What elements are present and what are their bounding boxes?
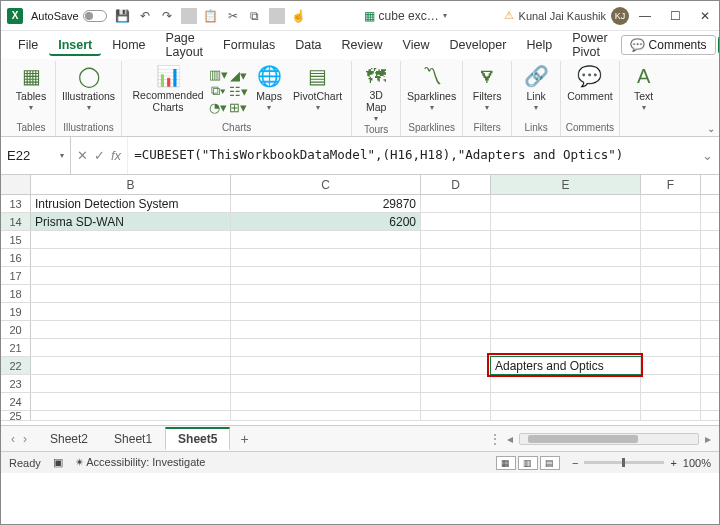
expand-formula-icon[interactable]: ⌄ [696, 148, 719, 163]
collapse-ribbon-icon[interactable]: ⌄ [707, 123, 715, 134]
ribbon-group-sparklines: 〽Sparklines▾ Sparklines [401, 61, 463, 136]
ribbon-group-text: AText▾ [620, 61, 668, 136]
col-header-c[interactable]: C [231, 175, 421, 194]
map3d-icon: 🗺 [366, 63, 386, 89]
comment-big-icon: 💬 [577, 63, 602, 89]
comments-button[interactable]: 💬 Comments [621, 35, 716, 55]
touch-mode-icon[interactable]: ☝ [291, 8, 307, 24]
macro-record-icon[interactable]: ▣ [53, 456, 63, 469]
area-chart-icon: ◢▾ [229, 68, 247, 83]
sparklines-button[interactable]: 〽Sparklines▾ [405, 63, 458, 112]
zoom-control[interactable]: − + 100% [572, 457, 711, 469]
zoom-level[interactable]: 100% [683, 457, 711, 469]
tab-power-pivot[interactable]: Power Pivot [563, 28, 616, 62]
user-account[interactable]: ⚠ Kunal Jai Kaushik KJ [504, 7, 629, 25]
sheet-tab-sheet5[interactable]: Sheet5 [165, 427, 230, 450]
tab-help[interactable]: Help [517, 35, 561, 55]
sparkline-icon: 〽 [422, 63, 442, 89]
save-icon[interactable]: 💾 [115, 8, 131, 24]
formula-bar: E22▾ ✕ ✓ fx =CUBESET("ThisWorkbookDataMo… [1, 137, 719, 175]
col-header-b[interactable]: B [31, 175, 231, 194]
avatar: KJ [611, 7, 629, 25]
maximize-icon[interactable]: ☐ [667, 9, 683, 23]
add-sheet-button[interactable]: + [230, 431, 258, 447]
quick-access-toolbar: 💾 ↶ ↷ 📋 ✂ ⧉ ☝ [115, 8, 307, 24]
page-break-view-icon[interactable]: ▤ [540, 456, 560, 470]
recommended-charts-button[interactable]: 📊Recommended Charts [129, 63, 207, 113]
formula-buttons: ✕ ✓ fx [71, 137, 128, 174]
tab-home[interactable]: Home [103, 35, 154, 55]
enter-formula-icon[interactable]: ✓ [94, 148, 105, 163]
maps-button[interactable]: 🌐Maps▾ [249, 63, 289, 112]
tab-data[interactable]: Data [286, 35, 330, 55]
tab-developer[interactable]: Developer [440, 35, 515, 55]
ribbon-group-illustrations: ◯Illustrations▾ Illustrations [56, 61, 122, 136]
close-icon[interactable]: ✕ [697, 9, 713, 23]
recommended-charts-icon: 📊 [156, 63, 181, 89]
row-20: 20 [1, 321, 719, 339]
tab-review[interactable]: Review [333, 35, 392, 55]
tab-view[interactable]: View [394, 35, 439, 55]
scroll-left-icon[interactable]: ◂ [507, 432, 513, 446]
ribbon: ▦Tables▾ Tables ◯Illustrations▾ Illustra… [1, 59, 719, 137]
autosave-toggle[interactable]: AutoSave [31, 10, 107, 22]
tab-insert[interactable]: Insert [49, 35, 101, 56]
page-layout-view-icon[interactable]: ▥ [518, 456, 538, 470]
select-all-corner[interactable] [1, 175, 31, 194]
zoom-out-icon[interactable]: − [572, 457, 578, 469]
link-button[interactable]: 🔗Link▾ [516, 63, 556, 112]
bar-chart-icon: ▥▾ [209, 67, 227, 82]
tab-formulas[interactable]: Formulas [214, 35, 284, 55]
next-sheet-icon[interactable]: › [23, 432, 27, 446]
chevron-down-icon[interactable]: ▾ [443, 11, 447, 20]
tables-button[interactable]: ▦Tables▾ [11, 63, 51, 112]
excel-mini-icon: ▦ [364, 9, 375, 23]
minimize-icon[interactable]: — [637, 9, 653, 23]
pivotchart-icon: ▤ [308, 63, 327, 89]
col-header-e[interactable]: E [491, 175, 641, 194]
line-chart-icon: ⧉▾ [209, 83, 227, 99]
ribbon-group-links: 🔗Link▾ Links [512, 61, 561, 136]
cancel-formula-icon[interactable]: ✕ [77, 148, 88, 163]
scroll-right-icon[interactable]: ▸ [705, 432, 711, 446]
zoom-slider[interactable] [584, 461, 664, 464]
sheet-tab-sheet1[interactable]: Sheet1 [101, 428, 165, 450]
3d-map-button[interactable]: 🗺3D Map▾ [356, 63, 396, 123]
sheet-tab-sheet2[interactable]: Sheet2 [37, 428, 101, 450]
comment-button[interactable]: 💬Comment [565, 63, 615, 102]
stat-chart-icon: ☷▾ [229, 84, 247, 99]
undo-icon[interactable]: ↶ [137, 8, 153, 24]
prev-sheet-icon[interactable]: ‹ [11, 432, 15, 446]
tab-split-icon[interactable]: ⋮ [489, 432, 501, 446]
name-box[interactable]: E22▾ [1, 137, 71, 174]
text-icon: A [637, 63, 650, 89]
tab-page-layout[interactable]: Page Layout [157, 28, 213, 62]
pivotchart-button[interactable]: ▤PivotChart▾ [291, 63, 344, 112]
chart-types[interactable]: ▥▾⧉▾◔▾ [209, 63, 227, 119]
horizontal-scrollbar[interactable] [519, 433, 699, 445]
col-header-d[interactable]: D [421, 175, 491, 194]
spreadsheet-grid[interactable]: B C D E F 13Intrusion Detection System29… [1, 175, 719, 425]
copy-icon[interactable]: ⧉ [247, 8, 263, 24]
redo-icon[interactable]: ↷ [159, 8, 175, 24]
combo-chart-icon: ⊞▾ [229, 100, 247, 115]
tab-file[interactable]: File [9, 35, 47, 55]
cut-icon[interactable]: ✂ [225, 8, 241, 24]
col-header-f[interactable]: F [641, 175, 701, 194]
fx-icon[interactable]: fx [111, 148, 121, 163]
normal-view-icon[interactable]: ▦ [496, 456, 516, 470]
document-title[interactable]: ▦ cube exc… ▾ [315, 9, 496, 23]
sheet-tab-bar: ‹ › Sheet2 Sheet1 Sheet5 + ⋮ ◂ ▸ [1, 425, 719, 451]
paste-icon[interactable]: 📋 [203, 8, 219, 24]
text-button[interactable]: AText▾ [624, 63, 664, 112]
accessibility-status[interactable]: ✴ Accessibility: Investigate [75, 456, 206, 469]
formula-input[interactable]: =CUBESET("ThisWorkbookDataModel",(H16,H1… [128, 144, 696, 166]
pie-chart-icon: ◔▾ [209, 100, 227, 115]
filters-button[interactable]: ⛛Filters▾ [467, 63, 507, 112]
illustrations-button[interactable]: ◯Illustrations▾ [60, 63, 117, 112]
ribbon-group-charts: 📊Recommended Charts ▥▾⧉▾◔▾ ◢▾☷▾⊞▾ 🌐Maps▾… [122, 61, 352, 136]
toggle-off-icon[interactable] [83, 10, 107, 22]
row-24: 24 [1, 393, 719, 411]
zoom-in-icon[interactable]: + [670, 457, 676, 469]
cell-e22[interactable]: Adapters and Optics [491, 357, 641, 374]
